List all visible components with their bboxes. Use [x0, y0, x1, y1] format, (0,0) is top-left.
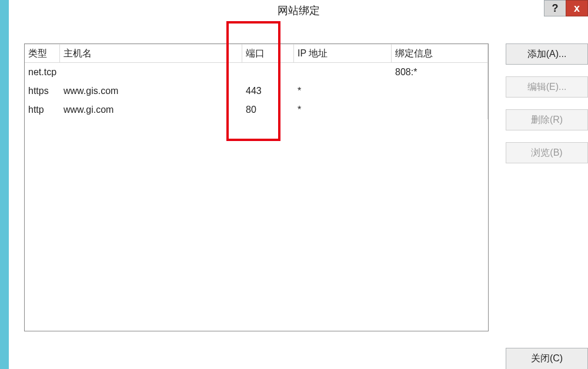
table-row[interactable]: httpwww.gi.com80* [25, 100, 488, 119]
content-area: 类型 主机名 端口 IP 地址 绑定信息 net.tcp808:*httpsww… [9, 21, 588, 369]
close-dialog-button[interactable]: 关闭(C) [506, 348, 588, 369]
table-row[interactable]: net.tcp808:* [25, 63, 488, 82]
close-dialog-button-label: 关闭(C) [531, 353, 563, 365]
cell-host: www.gi.com [60, 100, 242, 119]
cell-binding [392, 100, 488, 119]
cell-type: http [25, 100, 60, 119]
cell-port: 80 [242, 100, 294, 119]
cell-host: www.gis.com [60, 82, 242, 100]
bindings-listview[interactable]: 类型 主机名 端口 IP 地址 绑定信息 net.tcp808:*httpsww… [24, 43, 489, 331]
cell-port [242, 63, 294, 82]
delete-button-label: 删除(R) [531, 114, 563, 126]
column-header-ip[interactable]: IP 地址 [294, 44, 392, 63]
help-icon: ? [552, 2, 559, 15]
cell-binding [392, 82, 488, 100]
titlebar-buttons: ? x [544, 0, 588, 16]
cell-binding: 808:* [392, 63, 488, 82]
cell-type: https [25, 82, 60, 100]
side-buttons: 添加(A)... 编辑(E)... 删除(R) 浏览(B) [506, 43, 588, 175]
cell-ip: * [294, 100, 392, 119]
host-prefix: www.gi [64, 105, 93, 115]
listview-header: 类型 主机名 端口 IP 地址 绑定信息 [25, 44, 488, 63]
browse-button: 浏览(B) [506, 142, 588, 163]
host-suffix: .com [98, 86, 119, 96]
browse-button-label: 浏览(B) [531, 147, 562, 159]
cell-host [60, 63, 242, 82]
delete-button: 删除(R) [506, 109, 588, 130]
cell-ip [294, 63, 392, 82]
bottom-buttons: 关闭(C) [506, 348, 588, 369]
column-header-port[interactable]: 端口 [242, 44, 294, 63]
listview-rows: net.tcp808:*httpswww.gis.com443*httpwww.… [25, 63, 488, 119]
cell-port: 443 [242, 82, 294, 100]
column-header-host[interactable]: 主机名 [60, 44, 242, 63]
titlebar: 网站绑定 ? x [9, 0, 588, 21]
host-suffix: .com [93, 105, 114, 115]
column-header-type[interactable]: 类型 [25, 44, 60, 63]
cell-type: net.tcp [25, 63, 60, 82]
add-button-label: 添加(A)... [527, 48, 567, 61]
table-row[interactable]: httpswww.gis.com443* [25, 82, 488, 100]
close-icon: x [574, 2, 580, 15]
edit-button-label: 编辑(E)... [527, 81, 567, 93]
column-header-binding[interactable]: 绑定信息 [392, 44, 488, 63]
add-button[interactable]: 添加(A)... [506, 43, 588, 65]
host-prefix: www.gis [64, 86, 98, 96]
cell-ip: * [294, 82, 392, 100]
window-title: 网站绑定 [9, 4, 588, 18]
close-window-button[interactable]: x [566, 0, 588, 16]
viewport: 网站绑定 ? x 类型 主机名 端口 IP 地址 绑定信息 net.t [0, 0, 588, 369]
dialog-window: 网站绑定 ? x 类型 主机名 端口 IP 地址 绑定信息 net.t [9, 0, 588, 369]
help-button[interactable]: ? [544, 0, 566, 16]
edit-button: 编辑(E)... [506, 76, 588, 98]
